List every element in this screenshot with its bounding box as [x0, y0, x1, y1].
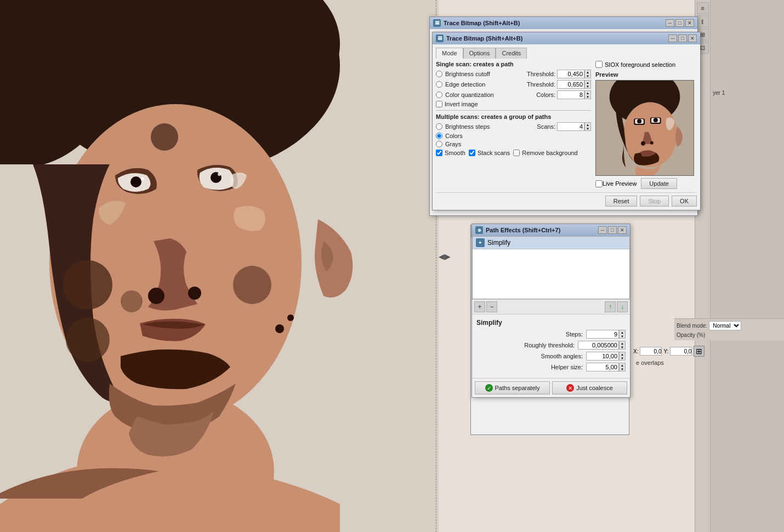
brightness-steps-label: Brightness steps	[445, 123, 537, 130]
move-up-btn[interactable]: ↑	[605, 301, 616, 312]
update-button[interactable]: Update	[641, 178, 677, 189]
threshold-down-2[interactable]: ▼	[585, 84, 590, 88]
smooth-angles-up[interactable]: ▲	[620, 352, 625, 356]
siox-checkbox[interactable]	[595, 61, 603, 68]
colors-radio[interactable]	[436, 133, 442, 139]
stack-scans-checkbox[interactable]	[469, 150, 475, 156]
minimize-btn-back[interactable]: ─	[666, 19, 674, 27]
just-coalesce-icon: ✕	[566, 384, 574, 392]
close-btn-back[interactable]: ✕	[685, 19, 694, 27]
helper-size-input-group: ▲ ▼	[586, 363, 626, 371]
multiple-scans-title: Multiple scans: creates a group of paths	[436, 113, 591, 120]
siox-area: SIOX foreground selection	[595, 61, 697, 68]
roughly-up[interactable]: ▲	[620, 341, 625, 345]
threshold-input-2[interactable]	[557, 80, 584, 89]
pe-footer: ✓ Paths separately ✕ Just coalesce	[472, 378, 630, 397]
ok-button[interactable]: OK	[672, 196, 697, 207]
pe-minimize-btn[interactable]: ─	[598, 226, 607, 234]
smooth-angles-down[interactable]: ▼	[620, 356, 625, 360]
colors-input[interactable]	[557, 90, 584, 99]
blend-mode-select[interactable]: Normal	[709, 321, 741, 330]
arrow-indicator: ◀▶	[439, 252, 451, 261]
remove-bg-row: Remove background	[513, 150, 578, 156]
threshold-up-2[interactable]: ▲	[585, 81, 590, 84]
tool-align[interactable]: ≡	[697, 2, 709, 14]
threshold-input-1[interactable]	[557, 70, 584, 78]
reset-button[interactable]: Reset	[605, 196, 638, 207]
scans-down[interactable]: ▼	[585, 127, 590, 130]
grid-btn[interactable]: ⊞	[694, 346, 705, 357]
y-label: Y:	[663, 348, 668, 354]
tab-credits[interactable]: Credits	[496, 48, 527, 59]
smooth-label: Smooth	[445, 150, 465, 156]
paths-separately-button[interactable]: ✓ Paths separately	[475, 381, 550, 394]
trace-bitmap-titlebar[interactable]: 🖼 Trace Bitmap (Shift+Alt+B) ─ □ ✕	[433, 32, 700, 44]
threshold-input-group-1: ▲ ▼	[557, 70, 591, 78]
threshold-up-1[interactable]: ▲	[585, 70, 590, 74]
scans-up[interactable]: ▲	[585, 123, 590, 127]
pe-close-btn[interactable]: ✕	[618, 226, 627, 234]
simplify-list-item[interactable]: ✦ Simplify	[473, 237, 629, 249]
live-preview-checkbox[interactable]	[595, 180, 603, 187]
svg-point-12	[188, 287, 201, 300]
canvas-area	[0, 0, 439, 532]
pe-maximize-btn[interactable]: □	[608, 226, 617, 234]
steps-spinner: ▲ ▼	[619, 330, 626, 339]
stack-scans-label: Stack scans	[478, 150, 510, 156]
invert-image-checkbox[interactable]	[436, 101, 442, 107]
edge-detection-radio[interactable]	[436, 81, 442, 88]
color-quantization-row: Color quantization Colors: ▲ ▼	[436, 90, 591, 99]
helper-size-up[interactable]: ▲	[620, 363, 625, 367]
minimize-btn[interactable]: ─	[668, 35, 677, 42]
colors-up[interactable]: ▲	[585, 91, 590, 95]
dialog-right-panel: SIOX foreground selection Preview	[595, 61, 697, 189]
add-effect-btn[interactable]: +	[474, 301, 485, 312]
opacity-label: Opacity (%)	[677, 332, 705, 338]
preview-label: Preview	[595, 71, 697, 78]
roughly-down[interactable]: ▼	[620, 345, 625, 349]
svg-point-10	[233, 266, 271, 304]
path-effects-titlebar[interactable]: ⊕ Path Effects (Shift+Ctrl+7) ─ □ ✕	[472, 224, 630, 236]
just-coalesce-button[interactable]: ✕ Just coalesce	[552, 381, 627, 394]
svg-point-14	[141, 177, 144, 180]
remove-bg-checkbox[interactable]	[513, 150, 520, 156]
pe-icon: ⊕	[475, 226, 483, 234]
trace-bitmap-titlebar-back[interactable]: 🖼 Trace Bitmap (Shift+Alt+B) ─ □ ✕	[430, 17, 697, 29]
tab-options[interactable]: Options	[463, 48, 496, 59]
smooth-angles-label: Smooth angles:	[541, 353, 583, 359]
smooth-angles-input[interactable]	[586, 352, 619, 361]
steps-up[interactable]: ▲	[620, 330, 625, 334]
y-coord-input[interactable]	[670, 347, 692, 356]
brightness-cutoff-radio[interactable]	[436, 71, 442, 77]
trace-title-back: Trace Bitmap (Shift+Alt+B)	[444, 20, 520, 26]
color-quant-radio[interactable]	[436, 91, 442, 98]
move-down-btn[interactable]: ↓	[617, 301, 628, 312]
scans-input[interactable]	[557, 122, 584, 131]
steps-input[interactable]	[586, 330, 619, 339]
helper-size-spinner: ▲ ▼	[619, 363, 626, 371]
steps-down[interactable]: ▼	[620, 334, 625, 338]
tab-mode[interactable]: Mode	[436, 48, 463, 59]
close-btn[interactable]: ✕	[688, 35, 697, 42]
maximize-btn[interactable]: □	[678, 35, 687, 42]
stop-button[interactable]: Stop	[640, 196, 669, 207]
maximize-btn-back[interactable]: □	[675, 19, 684, 27]
simplify-item-label: Simplify	[487, 239, 510, 247]
remove-effect-btn[interactable]: −	[486, 301, 497, 312]
threshold-down-1[interactable]: ▼	[585, 74, 590, 78]
helper-size-input[interactable]	[586, 363, 619, 371]
tool-distrib[interactable]: ⫿	[697, 15, 709, 27]
blend-mode-area: Blend mode: Normal Opacity (%)	[674, 318, 784, 340]
grays-radio[interactable]	[436, 141, 442, 147]
x-label: X:	[633, 348, 638, 354]
edge-detection-label: Edge detection	[445, 81, 527, 88]
x-coord-input[interactable]	[640, 347, 662, 356]
helper-size-down[interactable]: ▼	[620, 367, 625, 371]
threshold-label-2: Threshold:	[527, 81, 555, 88]
smooth-checkbox[interactable]	[436, 150, 442, 156]
threshold-spinner-1: ▲ ▼	[584, 70, 591, 78]
svg-point-6	[130, 176, 141, 187]
brightness-steps-radio[interactable]	[436, 123, 442, 130]
roughly-threshold-input[interactable]	[578, 341, 619, 350]
colors-down[interactable]: ▼	[585, 95, 590, 99]
